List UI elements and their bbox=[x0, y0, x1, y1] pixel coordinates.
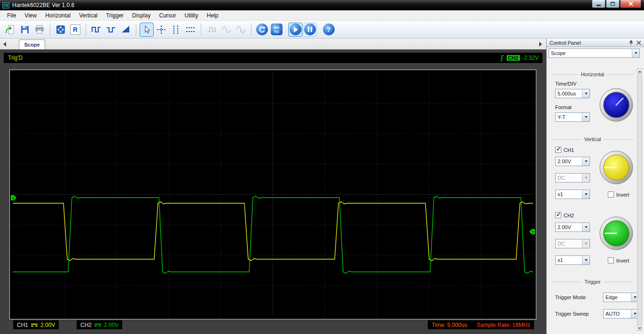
ch2-enable-row: CH2 bbox=[555, 212, 574, 218]
trigger-edge-icon bbox=[500, 55, 504, 61]
ch2-coupling-select: DC bbox=[555, 239, 590, 248]
menu-file[interactable]: File bbox=[3, 11, 20, 20]
trigger-sweep-select[interactable]: AUTO bbox=[603, 309, 639, 318]
chevron-down-icon bbox=[582, 190, 589, 199]
tab-scroll-right[interactable] bbox=[539, 42, 542, 47]
chevron-down-icon bbox=[582, 174, 589, 182]
ch1-label: CH1 bbox=[564, 147, 574, 153]
vertical-cursor-button[interactable] bbox=[169, 23, 182, 36]
control-panel-header: Control Panel bbox=[547, 39, 644, 47]
menu-horizontal[interactable]: Horizontal bbox=[41, 11, 75, 20]
panel-close-icon[interactable] bbox=[636, 40, 641, 45]
trigger-mode-select[interactable]: Edge bbox=[603, 293, 639, 302]
chevron-down-icon bbox=[582, 89, 589, 98]
ch2-invert-checkbox[interactable] bbox=[608, 257, 614, 263]
scope-screen[interactable]: 2 T bbox=[9, 70, 536, 319]
horizontal-knob[interactable] bbox=[599, 88, 633, 122]
menu-utility[interactable]: Utility bbox=[180, 11, 202, 20]
work-area: Scope Trig'D CH2 -2.32V bbox=[0, 39, 546, 334]
toolbar: R bbox=[0, 21, 644, 39]
menu-view[interactable]: View bbox=[20, 11, 41, 20]
ch1-invert-checkbox[interactable] bbox=[608, 191, 614, 198]
menu-display[interactable]: Display bbox=[128, 11, 155, 20]
sine-wave-button bbox=[220, 23, 233, 36]
chevron-down-icon bbox=[582, 223, 589, 231]
cross-cursor-button[interactable] bbox=[155, 23, 168, 36]
help-button[interactable]: ? bbox=[322, 23, 335, 36]
horizontal-group-title: Horizontal bbox=[551, 72, 634, 77]
time-status-box: Time: 5.000us Sample Rate: 16MHz bbox=[428, 320, 534, 329]
sine-wave2-icon bbox=[236, 24, 246, 35]
menu-cursor[interactable]: Cursor bbox=[155, 11, 180, 20]
maximize-icon bbox=[611, 2, 615, 6]
scroll-up-button[interactable] bbox=[637, 69, 642, 74]
autoset-button[interactable]: AU TO bbox=[270, 23, 283, 36]
menu-vertical[interactable]: Vertical bbox=[75, 11, 102, 20]
menu-trigger[interactable]: Trigger bbox=[102, 11, 128, 20]
scrollbar-thumb[interactable] bbox=[637, 74, 642, 325]
reference-button[interactable]: R bbox=[69, 23, 82, 36]
pulse-wave-icon bbox=[91, 24, 102, 35]
ch2-probe-select[interactable]: x1 bbox=[555, 255, 590, 265]
minimize-button[interactable] bbox=[592, 0, 605, 8]
time-div-select[interactable]: 5.000us bbox=[555, 89, 590, 98]
pause-button[interactable] bbox=[303, 23, 316, 36]
panel-mode-select[interactable]: Scope bbox=[549, 48, 640, 58]
format-select[interactable]: Y-T bbox=[555, 112, 590, 122]
pulse-wave-button[interactable] bbox=[90, 23, 103, 36]
pan-view-button[interactable] bbox=[54, 23, 67, 36]
save-button[interactable] bbox=[18, 23, 31, 36]
sine-wave2-button bbox=[234, 23, 247, 36]
maximize-button[interactable] bbox=[606, 0, 620, 8]
ch2-volts-per-div: 2.00V bbox=[104, 322, 118, 328]
scroll-down-button[interactable] bbox=[637, 326, 642, 331]
chevron-down-icon bbox=[582, 256, 589, 264]
trigger-level-marker[interactable]: T bbox=[529, 228, 535, 234]
autoset-icon: AU TO bbox=[271, 24, 283, 35]
close-icon bbox=[628, 1, 633, 6]
pin-icon[interactable] bbox=[628, 40, 634, 45]
step-wave-button bbox=[205, 23, 218, 36]
chevron-down-icon bbox=[632, 49, 639, 57]
ch2-vertical-knob[interactable] bbox=[599, 216, 633, 250]
tab-strip: Scope bbox=[0, 39, 546, 49]
trigger-level-text: -2.32V bbox=[522, 55, 539, 61]
single-pulse-button[interactable] bbox=[104, 23, 118, 36]
start-button[interactable] bbox=[289, 23, 302, 36]
panel-scrollbar[interactable] bbox=[637, 68, 642, 331]
ch1-status-label: CH1 bbox=[17, 322, 28, 328]
format-label: Format bbox=[555, 104, 572, 110]
print-button[interactable] bbox=[33, 23, 46, 36]
close-button[interactable] bbox=[620, 0, 641, 8]
sine-wave-icon bbox=[221, 24, 231, 35]
ch1-checkbox[interactable] bbox=[555, 147, 561, 153]
ch1-volts-select[interactable]: 2.00V bbox=[555, 157, 590, 166]
ch2-checkbox[interactable] bbox=[555, 212, 561, 218]
ch2-status-box: CH2 2.00V bbox=[77, 320, 122, 329]
ramp-wave-button[interactable] bbox=[119, 23, 132, 36]
trigger-source-badge: CH2 bbox=[507, 55, 520, 61]
refresh-icon bbox=[256, 24, 268, 35]
help-icon: ? bbox=[323, 24, 335, 35]
vertical-cursor-icon bbox=[171, 24, 181, 35]
ch1-vertical-knob[interactable] bbox=[599, 151, 633, 184]
ch2-ground-marker[interactable]: 2 bbox=[11, 194, 17, 200]
refresh-button[interactable] bbox=[255, 23, 268, 36]
ch1-invert-label: Invert bbox=[616, 192, 629, 198]
control-panel-title: Control Panel bbox=[550, 40, 626, 46]
pointer-tool-button[interactable] bbox=[140, 23, 153, 36]
horizontal-cursor-button[interactable] bbox=[184, 23, 197, 36]
open-file-button[interactable] bbox=[4, 23, 17, 36]
ch2-volts-select[interactable]: 2.00V bbox=[555, 223, 590, 232]
time-div-label: Time/DIV bbox=[555, 81, 576, 87]
ch1-probe-select[interactable]: x1 bbox=[555, 190, 590, 199]
tab-scroll-left[interactable] bbox=[3, 42, 6, 47]
ramp-wave-icon bbox=[120, 24, 131, 35]
tab-scope[interactable]: Scope bbox=[19, 40, 45, 49]
menu-help[interactable]: Help bbox=[203, 11, 223, 20]
pointer-icon bbox=[141, 24, 152, 35]
pause-icon bbox=[304, 24, 316, 35]
window-title: Hantek6022BE Ver 1.0.6 bbox=[12, 2, 74, 8]
triangle-down-icon bbox=[638, 327, 641, 329]
step-wave-icon bbox=[206, 24, 217, 35]
